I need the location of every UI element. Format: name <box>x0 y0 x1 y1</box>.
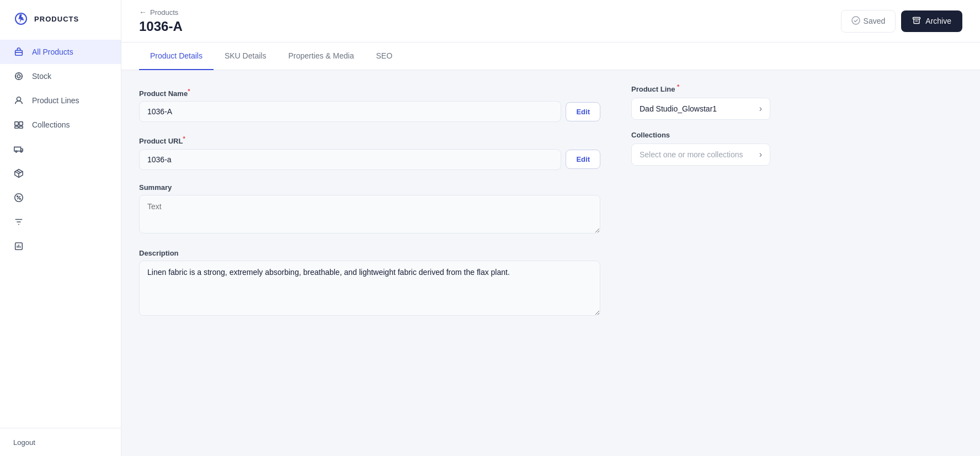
sidebar-item-label-stock: Stock <box>32 72 51 81</box>
svg-point-2 <box>17 75 20 77</box>
sidebar-item-stock[interactable]: Stock <box>0 64 121 88</box>
form-panel: Product Name* Edit Product URL* Edit <box>121 70 618 456</box>
product-name-group: Product Name* Edit <box>139 88 600 122</box>
svg-point-9 <box>20 151 22 152</box>
delivery-icon <box>13 144 24 155</box>
product-name-label: Product Name* <box>139 88 600 98</box>
back-arrow-icon: ← <box>139 8 147 17</box>
sidebar-item-packages[interactable] <box>0 161 121 185</box>
discounts-icon <box>13 192 24 203</box>
product-line-label: Product Line * <box>631 83 770 93</box>
svg-point-8 <box>15 151 17 152</box>
right-panel: Product Line * Dad Studio_Glowstar1 › Co… <box>618 70 784 456</box>
tab-properties-media[interactable]: Properties & Media <box>277 43 365 70</box>
sidebar-footer: Logout <box>0 428 121 456</box>
product-url-label: Product URL* <box>139 135 600 145</box>
sidebar-item-delivery[interactable] <box>0 137 121 161</box>
filters-icon <box>13 216 24 227</box>
archive-icon <box>912 16 921 26</box>
svg-point-11 <box>17 196 18 197</box>
sidebar-item-discounts[interactable] <box>0 185 121 210</box>
product-name-edit-button[interactable]: Edit <box>566 102 600 121</box>
svg-point-1 <box>15 73 23 80</box>
chevron-right-collections-icon: › <box>759 150 762 160</box>
sidebar-item-product-lines[interactable]: Product Lines <box>0 88 121 113</box>
product-name-input-row: Edit <box>139 101 600 122</box>
breadcrumb: ← Products <box>139 8 183 17</box>
product-line-required: * <box>677 83 679 90</box>
svg-point-14 <box>852 17 860 24</box>
sidebar-item-all-products[interactable]: All Products <box>0 40 121 64</box>
svg-rect-15 <box>913 17 920 19</box>
reports-icon <box>13 241 24 252</box>
main-content: ← Products 1036-A Saved <box>121 0 980 456</box>
description-group: Description Linen fabric is a strong, ex… <box>139 249 600 318</box>
product-line-select[interactable]: Dad Studio_Glowstar1 › <box>631 98 770 120</box>
sidebar-item-label-product-lines: Product Lines <box>32 96 79 105</box>
svg-rect-0 <box>15 50 23 55</box>
logout-button[interactable]: Logout <box>13 438 35 447</box>
tab-product-details[interactable]: Product Details <box>139 43 214 70</box>
sidebar-item-filters[interactable] <box>0 210 121 234</box>
required-marker-url: * <box>183 135 185 142</box>
logo-icon <box>13 11 29 26</box>
product-name-input[interactable] <box>139 101 561 122</box>
archive-label: Archive <box>925 17 951 25</box>
sidebar-title: PRODUCTS <box>34 15 79 23</box>
archive-button[interactable]: Archive <box>901 10 962 32</box>
required-marker: * <box>188 88 190 94</box>
header-actions: Saved Archive <box>841 10 962 33</box>
product-url-group: Product URL* Edit <box>139 135 600 169</box>
product-url-edit-button[interactable]: Edit <box>566 150 600 169</box>
tab-seo[interactable]: SEO <box>365 43 403 70</box>
description-textarea[interactable]: Linen fabric is a strong, extremely abso… <box>139 261 600 316</box>
product-url-input-row: Edit <box>139 149 600 170</box>
product-line-group: Product Line * Dad Studio_Glowstar1 › <box>631 83 770 120</box>
sidebar-item-collections[interactable]: Collections <box>0 113 121 137</box>
collections-placeholder: Select one or more collections <box>640 150 743 159</box>
description-textarea-wrapper: Linen fabric is a strong, extremely abso… <box>139 261 600 318</box>
summary-group: Summary <box>139 183 600 236</box>
lines-icon <box>13 95 24 106</box>
tabs-bar: Product Details SKU Details Properties &… <box>121 43 980 70</box>
page-title: 1036-A <box>139 19 183 34</box>
breadcrumb-area: ← Products 1036-A <box>139 8 183 34</box>
collections-group: Collections Select one or more collectio… <box>631 131 770 166</box>
summary-textarea-wrapper <box>139 195 600 236</box>
tab-sku-details[interactable]: SKU Details <box>214 43 277 70</box>
chevron-right-icon: › <box>759 104 762 114</box>
product-url-input[interactable] <box>139 149 561 170</box>
stock-icon <box>13 71 24 82</box>
summary-textarea[interactable] <box>139 195 600 234</box>
check-circle-icon <box>851 16 860 26</box>
sidebar-nav: All Products Stock Product Lines <box>0 35 121 428</box>
description-label: Description <box>139 249 600 257</box>
saved-label: Saved <box>864 17 886 25</box>
collections-select[interactable]: Select one or more collections › <box>631 144 770 166</box>
svg-point-3 <box>17 97 20 101</box>
collections-label: Collections <box>631 131 770 139</box>
saved-button: Saved <box>841 10 896 33</box>
content-area: Product Name* Edit Product URL* Edit <box>121 70 980 456</box>
svg-rect-5 <box>19 122 23 125</box>
box-icon <box>13 46 24 57</box>
summary-label: Summary <box>139 183 600 192</box>
sidebar-header: PRODUCTS <box>0 0 121 35</box>
sidebar-item-reports[interactable] <box>0 234 121 258</box>
packages-icon <box>13 168 24 179</box>
sidebar-item-label-all-products: All Products <box>32 47 73 56</box>
top-header: ← Products 1036-A Saved <box>121 0 980 43</box>
svg-rect-7 <box>19 126 23 129</box>
collections-icon <box>13 119 24 130</box>
breadcrumb-link[interactable]: Products <box>150 8 178 17</box>
svg-point-12 <box>19 198 20 199</box>
sidebar-item-label-collections: Collections <box>32 120 70 129</box>
svg-rect-6 <box>15 126 18 129</box>
svg-rect-4 <box>15 122 18 125</box>
sidebar: PRODUCTS All Products Stoc <box>0 0 121 456</box>
product-line-value: Dad Studio_Glowstar1 <box>640 104 717 113</box>
